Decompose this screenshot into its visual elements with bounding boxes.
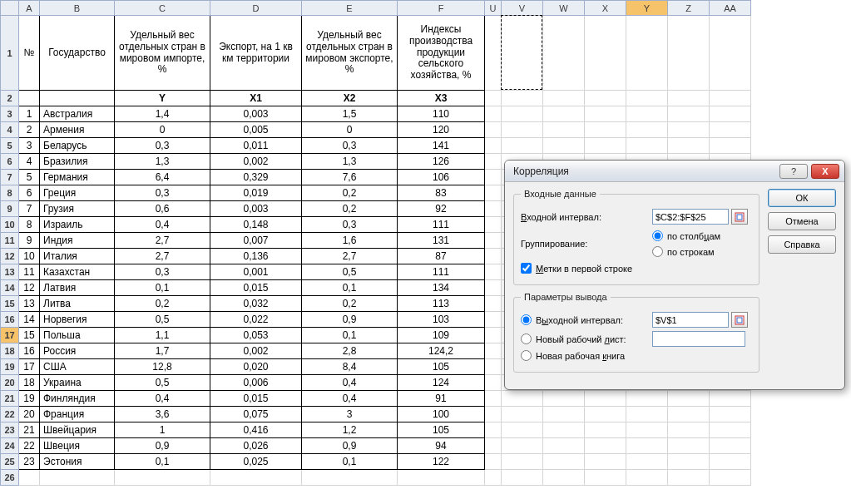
cell[interactable] [485, 280, 502, 296]
cell[interactable]: 0,006 [210, 375, 302, 391]
by-columns-radio-input[interactable] [652, 230, 663, 241]
cell[interactable]: 2,8 [302, 343, 398, 359]
cell[interactable] [543, 138, 585, 154]
cell[interactable] [710, 91, 751, 106]
cell[interactable]: 94 [398, 438, 485, 454]
cell[interactable]: 14 [19, 312, 40, 328]
col-header-F[interactable]: F [398, 1, 485, 16]
var-cell[interactable]: X3 [398, 91, 485, 106]
cell[interactable]: 11 [19, 264, 40, 280]
cell[interactable]: 105 [398, 359, 485, 375]
cell[interactable]: 17 [19, 359, 40, 375]
cell[interactable]: 2,7 [302, 249, 398, 264]
col-header-D[interactable]: D [210, 1, 302, 16]
cell[interactable]: 0,1 [302, 454, 398, 470]
cell[interactable] [19, 470, 40, 486]
cell[interactable]: 0,005 [210, 122, 302, 138]
cell[interactable]: 0,019 [210, 185, 302, 201]
col-header-W[interactable]: W [543, 1, 585, 16]
cell[interactable]: Латвия [40, 280, 115, 296]
cell[interactable]: 122 [398, 454, 485, 470]
cell[interactable]: Финляндия [40, 391, 115, 407]
cell[interactable] [585, 422, 626, 438]
cell[interactable]: 0,3 [115, 185, 210, 201]
cell[interactable]: 7 [19, 201, 40, 217]
cell[interactable] [485, 454, 502, 470]
cell[interactable]: 111 [398, 264, 485, 280]
output-range-radio-input[interactable] [521, 314, 532, 325]
cell[interactable] [485, 233, 502, 249]
cell[interactable]: 105 [398, 422, 485, 438]
row-header-9[interactable]: 9 [1, 201, 19, 217]
row-header-3[interactable]: 3 [1, 106, 19, 122]
cell[interactable] [398, 470, 485, 486]
cell[interactable]: 0,4 [115, 217, 210, 233]
cell[interactable] [302, 470, 398, 486]
cell[interactable]: 131 [398, 233, 485, 249]
cell[interactable]: 0,022 [210, 312, 302, 328]
cell[interactable] [19, 91, 40, 106]
cell[interactable] [585, 16, 626, 91]
col-header-V[interactable]: V [502, 1, 543, 16]
cell[interactable] [668, 122, 710, 138]
row-header-10[interactable]: 10 [1, 217, 19, 233]
new-book-radio[interactable]: Новая рабочая книга [521, 350, 752, 361]
cell[interactable]: 0,3 [115, 138, 210, 154]
row-header-7[interactable]: 7 [1, 170, 19, 185]
cell[interactable] [543, 16, 585, 91]
cell[interactable]: 0,2 [115, 296, 210, 312]
cell[interactable] [502, 438, 543, 454]
row-header-11[interactable]: 11 [1, 233, 19, 249]
cell[interactable]: 3,6 [115, 407, 210, 422]
cell[interactable]: 0,1 [302, 328, 398, 343]
cell[interactable]: 0,011 [210, 138, 302, 154]
cell[interactable]: 1,5 [302, 106, 398, 122]
row-header-6[interactable]: 6 [1, 154, 19, 170]
cell[interactable]: 2,7 [115, 233, 210, 249]
cell[interactable]: Украина [40, 375, 115, 391]
header-cell[interactable]: Удельный вес отдельных стран в мировом э… [302, 16, 398, 91]
cell[interactable]: 0,416 [210, 422, 302, 438]
cell[interactable]: 3 [19, 138, 40, 154]
cell[interactable]: 1,6 [302, 233, 398, 249]
cell[interactable]: 8,4 [302, 359, 398, 375]
cell[interactable] [485, 312, 502, 328]
cell[interactable] [543, 454, 585, 470]
cell[interactable]: 0,026 [210, 438, 302, 454]
cell[interactable] [502, 122, 543, 138]
close-window-button[interactable]: X [811, 164, 839, 179]
cell[interactable] [626, 438, 668, 454]
cell[interactable] [485, 170, 502, 185]
col-header-U[interactable]: U [485, 1, 502, 16]
row-header-18[interactable]: 18 [1, 343, 19, 359]
cancel-button[interactable]: Отмена [768, 212, 836, 230]
new-book-radio-input[interactable] [521, 350, 532, 361]
cell[interactable] [502, 16, 543, 91]
row-header-14[interactable]: 14 [1, 280, 19, 296]
cell[interactable] [485, 328, 502, 343]
cell[interactable]: 0,136 [210, 249, 302, 264]
cell[interactable]: 0,032 [210, 296, 302, 312]
cell[interactable]: 15 [19, 328, 40, 343]
row-header-19[interactable]: 19 [1, 359, 19, 375]
cell[interactable]: 0,003 [210, 201, 302, 217]
cell[interactable]: 0,1 [115, 280, 210, 296]
cell[interactable] [668, 91, 710, 106]
cell[interactable] [485, 296, 502, 312]
cell[interactable] [502, 407, 543, 422]
row-header-25[interactable]: 25 [1, 454, 19, 470]
cell[interactable]: 0,020 [210, 359, 302, 375]
row-header-1[interactable]: 1 [1, 16, 19, 91]
ok-button[interactable]: ОК [768, 189, 836, 207]
cell[interactable] [543, 91, 585, 106]
cell[interactable] [585, 391, 626, 407]
cell[interactable] [626, 454, 668, 470]
cell[interactable]: 0,2 [302, 201, 398, 217]
var-cell[interactable]: Y [115, 91, 210, 106]
var-cell[interactable]: X2 [302, 91, 398, 106]
cell[interactable]: 0,001 [210, 264, 302, 280]
cell[interactable]: 124 [398, 375, 485, 391]
dialog-titlebar[interactable]: Корреляция ? X [505, 161, 844, 182]
cell[interactable] [485, 16, 502, 91]
cell[interactable]: США [40, 359, 115, 375]
